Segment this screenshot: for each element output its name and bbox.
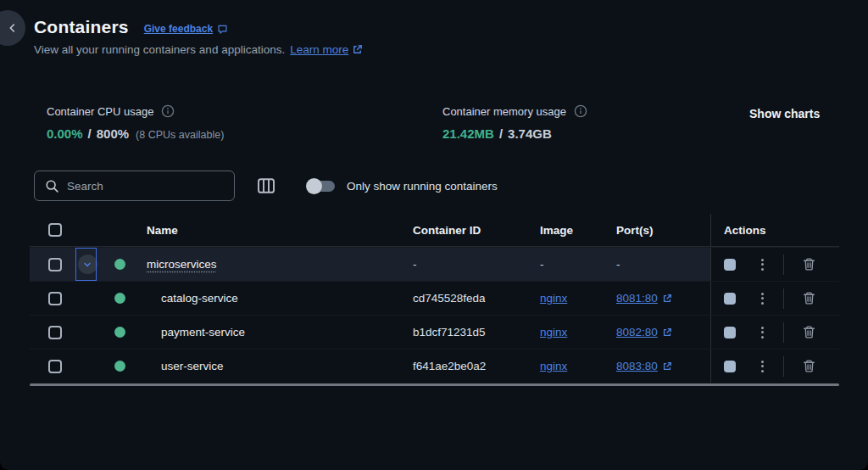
row-checkbox[interactable] — [48, 292, 62, 305]
search-icon — [45, 179, 59, 193]
kebab-icon — [761, 259, 764, 261]
image-link[interactable]: nginx — [540, 292, 567, 305]
port-link[interactable]: 8082:80 — [616, 326, 672, 339]
actions-divider — [783, 288, 784, 309]
cpu-separator: / — [88, 126, 92, 141]
status-running-dot — [114, 259, 125, 270]
trash-icon — [802, 359, 816, 373]
more-actions-button[interactable] — [758, 255, 767, 274]
info-icon[interactable] — [161, 104, 175, 118]
delete-button[interactable] — [802, 325, 816, 339]
containers-table: Name Container ID Image Port(s) Actions … — [30, 214, 839, 383]
memory-used-value: 21.42MB — [442, 126, 494, 141]
column-header-name: Name — [131, 214, 404, 246]
stop-icon — [724, 293, 736, 305]
trash-icon — [802, 291, 816, 305]
stop-icon — [724, 361, 736, 372]
memory-usage-stat: Container memory usage 21.42MB / 3.74GB — [442, 104, 587, 141]
port-link[interactable]: 8083:80 — [616, 360, 672, 372]
port-link[interactable]: 8081:80 — [616, 292, 672, 305]
delete-button[interactable] — [802, 257, 816, 271]
cpu-note: (8 CPUs available) — [136, 129, 224, 141]
table-row-payment-service[interactable]: payment-service b1dcf71231d5 nginx 8082:… — [30, 315, 839, 349]
kebab-icon — [761, 327, 764, 329]
table-row-microservices[interactable]: microservices - - - — [30, 247, 839, 281]
external-link-icon — [662, 327, 672, 338]
row-checkbox[interactable] — [48, 258, 62, 271]
status-running-dot — [114, 293, 125, 304]
more-actions-button[interactable] — [758, 357, 767, 376]
stop-button[interactable] — [724, 327, 736, 339]
memory-separator: / — [499, 126, 503, 141]
info-icon[interactable] — [574, 104, 587, 118]
column-settings-button[interactable] — [256, 176, 276, 196]
running-only-toggle-label: Only show running containers — [347, 180, 498, 193]
table-row-user-service[interactable]: user-service f641ae2be0a2 nginx 8083:80 — [30, 349, 839, 383]
stop-icon — [724, 259, 736, 271]
search-box[interactable] — [34, 171, 235, 201]
row-checkbox[interactable] — [48, 360, 62, 373]
actions-divider — [783, 322, 784, 343]
toggle-track — [308, 181, 335, 192]
page-subtitle: View all your running containers and app… — [34, 43, 363, 56]
delete-button[interactable] — [802, 291, 816, 305]
row-checkbox[interactable] — [48, 326, 62, 339]
table-header-row: Name Container ID Image Port(s) Actions — [30, 214, 839, 247]
status-running-dot — [114, 361, 125, 372]
toggle-knob — [306, 178, 322, 194]
give-feedback-label: Give feedback — [144, 23, 213, 35]
cpu-used-value: 0.00% — [47, 126, 83, 141]
status-running-dot — [114, 327, 125, 338]
more-actions-button[interactable] — [758, 289, 767, 308]
external-link-icon — [352, 44, 363, 55]
collapse-group-button[interactable] — [78, 255, 97, 274]
container-id-cell: - — [404, 248, 531, 281]
memory-usage-label: Container memory usage — [442, 105, 566, 118]
container-name: user-service — [161, 360, 224, 372]
cpu-usage-label: Container CPU usage — [47, 105, 153, 118]
column-header-image: Image — [531, 214, 608, 246]
chevron-down-icon — [82, 260, 92, 270]
image-link[interactable]: nginx — [540, 360, 567, 372]
running-only-toggle[interactable] — [308, 181, 335, 192]
learn-more-link[interactable]: Learn more — [290, 43, 363, 56]
image-cell: - — [531, 248, 608, 281]
stop-button[interactable] — [724, 259, 736, 271]
ports-cell: - — [608, 248, 710, 281]
page-title: Containers — [34, 17, 129, 37]
give-feedback-link[interactable]: Give feedback — [144, 23, 228, 35]
feedback-icon — [217, 24, 228, 35]
container-id-cell: cd745528feda — [404, 282, 531, 315]
container-id-cell: b1dcf71231d5 — [404, 316, 531, 349]
container-id-cell: f641ae2be0a2 — [404, 350, 531, 383]
image-link[interactable]: nginx — [540, 326, 567, 339]
back-button[interactable] — [0, 10, 25, 46]
column-header-ports: Port(s) — [608, 214, 710, 246]
cpu-total-value: 800% — [97, 126, 129, 141]
memory-total-value: 3.74GB — [508, 126, 552, 141]
toolbar: Only show running containers — [34, 171, 498, 201]
delete-button[interactable] — [802, 359, 816, 373]
stop-icon — [724, 327, 736, 339]
actions-divider — [783, 356, 784, 377]
horizontal-scrollbar[interactable] — [30, 383, 839, 386]
show-charts-button[interactable]: Show charts — [749, 107, 820, 120]
actions-divider — [783, 255, 784, 275]
column-header-container-id: Container ID — [404, 214, 531, 246]
external-link-icon — [662, 294, 672, 304]
trash-icon — [802, 325, 816, 339]
search-input[interactable] — [67, 180, 224, 193]
column-header-actions: Actions — [710, 214, 839, 246]
table-row-catalog-service[interactable]: catalog-service cd745528feda nginx 8081:… — [30, 281, 839, 315]
learn-more-label: Learn more — [290, 43, 348, 56]
container-name: catalog-service — [161, 292, 238, 305]
container-group-name[interactable]: microservices — [147, 258, 217, 271]
external-link-icon — [662, 361, 672, 372]
stop-button[interactable] — [724, 293, 736, 305]
containers-page: Containers Give feedback View all your r… — [0, 0, 868, 470]
stop-button[interactable] — [724, 361, 736, 372]
select-all-checkbox[interactable] — [48, 223, 62, 237]
more-actions-button[interactable] — [758, 323, 767, 342]
kebab-icon — [761, 361, 764, 363]
cpu-usage-stat: Container CPU usage 0.00% / 800% (8 CPUs… — [47, 104, 224, 141]
